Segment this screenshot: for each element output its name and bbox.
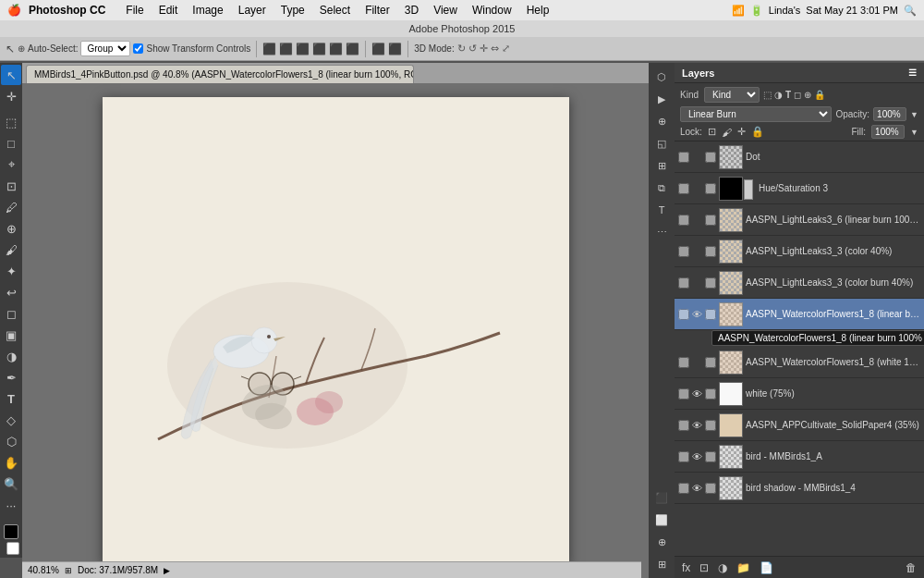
menu-filter[interactable]: Filter	[358, 2, 397, 18]
distribute-v-icon[interactable]: ⬛	[388, 43, 402, 55]
autoselect-select[interactable]: GroupLayer	[80, 41, 130, 56]
delete-layer-btn[interactable]: 🗑	[902, 560, 920, 576]
tool-lasso[interactable]: ⬚	[1, 112, 21, 132]
layer-5-check[interactable]	[678, 309, 689, 320]
blend-mode-select[interactable]: Linear Burn Normal Multiply Screen Overl…	[680, 106, 832, 122]
align-right-icon[interactable]: ⬛	[296, 43, 310, 55]
right-tool-10[interactable]: ⬜	[650, 510, 673, 530]
kind-select[interactable]: Kind	[704, 87, 760, 103]
show-transform-checkbox[interactable]	[133, 43, 143, 54]
apple-menu[interactable]: 🍎	[7, 4, 21, 17]
distribute-h-icon[interactable]: ⬛	[371, 43, 385, 55]
canvas[interactable]	[103, 97, 569, 564]
layer-3-check2[interactable]	[705, 246, 716, 257]
tool-marquee[interactable]: □	[1, 133, 21, 154]
layer-row[interactable]: 👁 bird shadow - MMBirds1_4	[675, 473, 924, 504]
layer-2-check[interactable]	[678, 215, 689, 226]
background-color[interactable]	[6, 542, 19, 555]
kind-shape-icon[interactable]: ◻	[794, 90, 801, 100]
tool-more[interactable]: ···	[1, 495, 21, 515]
menu-type[interactable]: Type	[274, 2, 312, 18]
add-group-btn[interactable]: 📁	[733, 560, 754, 576]
layer-8-vis-icon[interactable]: 👁	[692, 420, 702, 431]
kind-lock-icon[interactable]: 🔒	[814, 90, 825, 100]
menu-help[interactable]: Help	[519, 2, 557, 18]
right-tool-11[interactable]: ⊕	[650, 532, 673, 552]
document-tab[interactable]: MMBirds1_4PinkButton.psd @ 40.8% (AASPN_…	[26, 65, 414, 83]
align-middle-icon[interactable]: ⬛	[329, 43, 343, 55]
3d-scale-icon[interactable]: ⤢	[502, 43, 510, 55]
layer-row[interactable]: 👁 AASPN_APPCultivate_SolidPaper4 (35%)	[675, 410, 924, 441]
menu-view[interactable]: View	[426, 2, 465, 18]
tool-arrow[interactable]: ↖	[1, 65, 21, 85]
add-adjustment-btn[interactable]: ◑	[714, 560, 731, 576]
3d-slide-icon[interactable]: ⇔	[491, 43, 499, 55]
layer-0-check2[interactable]	[705, 152, 716, 163]
tool-crop[interactable]: ⊡	[1, 176, 21, 196]
right-tool-4[interactable]: ◱	[650, 133, 673, 154]
menu-file[interactable]: File	[118, 2, 151, 18]
layer-row[interactable]: 👁 AASPN_LightLeaks3_6 (linear burn 100%)	[675, 204, 924, 236]
layer-10-check2[interactable]	[705, 483, 716, 494]
kind-pixel-icon[interactable]: ⬚	[763, 90, 772, 100]
tool-eraser[interactable]: ◻	[1, 303, 21, 324]
align-bottom-icon[interactable]: ⬛	[346, 43, 359, 55]
zoom-icon[interactable]: ⊞	[65, 566, 72, 575]
menu-layer[interactable]: Layer	[231, 2, 274, 18]
align-top-icon[interactable]: ⬛	[312, 43, 326, 55]
layer-row-active[interactable]: 👁 AASPN_WatercolorFlowers1_8 (linear bur…	[675, 299, 924, 330]
menu-window[interactable]: Window	[465, 2, 519, 18]
3d-roll-icon[interactable]: ↺	[468, 43, 477, 55]
layer-10-vis-icon[interactable]: 👁	[692, 483, 702, 494]
opacity-input[interactable]	[873, 107, 906, 121]
3d-pan-icon[interactable]: ✛	[480, 43, 488, 55]
layer-9-vis-icon[interactable]: 👁	[692, 451, 702, 462]
lock-transparent-icon[interactable]: ⊡	[708, 126, 716, 138]
layer-2-check2[interactable]	[705, 215, 716, 226]
right-tool-8[interactable]: ⋯	[650, 222, 673, 242]
kind-adjust-icon[interactable]: ◑	[774, 90, 783, 100]
layer-row[interactable]: 👁 bird - MMBirds1_A	[675, 441, 924, 473]
layer-8-check[interactable]	[678, 420, 689, 431]
tool-path[interactable]: ◇	[1, 410, 21, 430]
layer-9-check2[interactable]	[705, 451, 716, 462]
layer-0-check[interactable]	[678, 152, 689, 163]
tool-gradient[interactable]: ▣	[1, 325, 21, 345]
tool-dodge[interactable]: ◑	[1, 346, 21, 366]
layer-row[interactable]: 👁 AASPN_WatercolorFlowers1_8 (white 100%…	[675, 347, 924, 378]
fill-arrow[interactable]: ▼	[910, 128, 918, 137]
kind-type-icon[interactable]: T	[785, 90, 791, 100]
layer-5-check2[interactable]	[705, 309, 716, 320]
right-tool-6[interactable]: ⧉	[650, 178, 673, 198]
fill-input[interactable]	[871, 125, 905, 139]
right-tool-7[interactable]: T	[650, 200, 673, 220]
opacity-arrow[interactable]: ▼	[910, 110, 918, 119]
layer-row[interactable]: 👁 AASPN_LightLeaks3_3 (color 40%)	[675, 236, 924, 267]
tool-3d[interactable]: ⬡	[1, 431, 21, 451]
layer-6-check2[interactable]	[705, 357, 716, 368]
layer-4-check2[interactable]	[705, 277, 716, 289]
lock-position-icon[interactable]: ✛	[737, 126, 746, 138]
right-tool-12[interactable]: ⊞	[650, 554, 673, 574]
tool-heal[interactable]: ⊕	[1, 218, 21, 239]
lock-image-icon[interactable]: 🖌	[722, 127, 732, 138]
tool-magic-wand[interactable]: ⌖	[1, 154, 21, 175]
layer-5-vis-icon[interactable]: 👁	[692, 309, 702, 320]
right-tool-2[interactable]: ▶	[650, 89, 673, 109]
tool-brush[interactable]: 🖌	[1, 240, 21, 260]
layer-7-check2[interactable]	[705, 388, 716, 400]
align-center-icon[interactable]: ⬛	[279, 43, 293, 55]
layer-10-check[interactable]	[678, 483, 689, 494]
menu-image[interactable]: Image	[185, 2, 230, 18]
add-mask-btn[interactable]: ⊡	[696, 560, 712, 576]
3d-rotate-icon[interactable]: ↻	[457, 43, 466, 55]
right-tool-1[interactable]: ⬡	[650, 67, 673, 87]
right-tool-5[interactable]: ⊞	[650, 155, 673, 176]
foreground-color[interactable]	[4, 524, 18, 539]
layers-menu-icon[interactable]: ☰	[908, 68, 917, 78]
arrow-icon[interactable]: ▶	[164, 566, 170, 575]
search-icon[interactable]: 🔍	[904, 5, 917, 17]
layer-8-check2[interactable]	[705, 420, 716, 431]
kind-smart-icon[interactable]: ⊕	[804, 90, 811, 100]
add-layer-style-btn[interactable]: fx	[678, 560, 694, 576]
